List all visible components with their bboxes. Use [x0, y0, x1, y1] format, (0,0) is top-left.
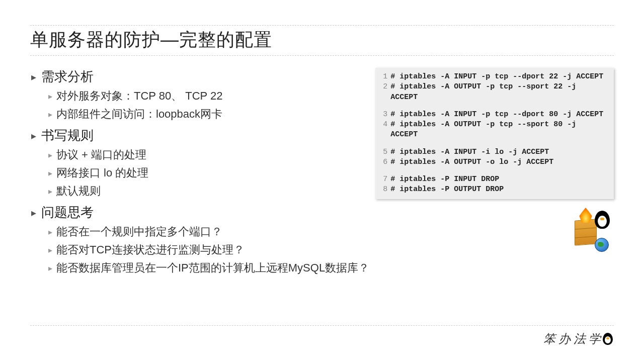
bullet-text: 内部组件之间访问：loopback网卡: [56, 107, 222, 122]
section-heading-text: 书写规则: [41, 127, 94, 144]
brick-wall-icon: [575, 219, 597, 245]
code-text: # iptables -P OUTPUT DROP: [390, 185, 504, 195]
line-number: 8: [378, 185, 387, 195]
firewall-tux-globe-icon: [574, 209, 610, 252]
bullet-text: 协议 + 端口的处理: [56, 147, 146, 162]
section-heading: ▸ 需求分析: [31, 68, 369, 85]
code-block: 1# iptables -A INPUT -p tcp --dport 22 -…: [375, 68, 614, 199]
code-text: # iptables -A INPUT -p tcp --dport 80 -j…: [390, 110, 603, 120]
code-line: 2# iptables -A OUTPUT -p tcp --sport 22 …: [378, 82, 607, 103]
code-blank: [378, 140, 607, 147]
subbullet-icon: ▸: [48, 245, 52, 255]
bullet-item: ▸ 协议 + 端口的处理: [48, 147, 369, 162]
subbullet-icon: ▸: [48, 150, 52, 160]
code-blank: [378, 167, 607, 174]
code-text: # iptables -A OUTPUT -o lo -j ACCEPT: [390, 157, 553, 167]
bullet-item: ▸ 能否数据库管理员在一个IP范围的计算机上远程MySQL数据库？: [48, 260, 369, 276]
tux-icon: [603, 333, 613, 345]
section-heading-text: 需求分析: [41, 68, 94, 85]
slide: 单服务器的防护—完整的配置 ▸ 需求分析 ▸ 对外服务对象：TCP 80、 TC…: [0, 0, 644, 362]
bullet-text: 网络接口 lo 的处理: [56, 165, 148, 180]
code-text: # iptables -A OUTPUT -p tcp --sport 22 -…: [390, 82, 607, 103]
subbullet-icon: ▸: [48, 187, 52, 196]
bullet-text: 能否对TCP连接状态进行监测与处理？: [56, 242, 245, 257]
line-number: 3: [378, 110, 387, 120]
bullet-item: ▸ 网络接口 lo 的处理: [48, 165, 369, 180]
bullet-item: ▸ 能否在一个规则中指定多个端口？: [48, 224, 369, 239]
bullet-text: 对外服务对象：TCP 80、 TCP 22: [56, 88, 222, 104]
globe-icon: [595, 238, 609, 252]
code-line: 6# iptables -A OUTPUT -o lo -j ACCEPT: [378, 157, 607, 167]
brand-text: 笨 办 法 学: [543, 331, 601, 347]
subbullet-icon: ▸: [48, 227, 52, 237]
section-heading: ▸ 书写规则: [31, 127, 369, 144]
subbullet-icon: ▸: [48, 92, 52, 101]
code-line: 5# iptables -A INPUT -i lo -j ACCEPT: [378, 147, 607, 157]
slide-title: 单服务器的防护—完整的配置: [30, 28, 614, 56]
bullet-item: ▸ 对外服务对象：TCP 80、 TCP 22: [48, 88, 369, 104]
code-text: # iptables -A INPUT -p tcp --dport 22 -j…: [390, 72, 603, 82]
code-text: # iptables -P INPUT DROP: [390, 174, 499, 185]
line-number: 1: [378, 72, 387, 82]
line-number: 2: [378, 82, 387, 103]
code-text: # iptables -A INPUT -i lo -j ACCEPT: [390, 147, 549, 157]
code-line: 1# iptables -A INPUT -p tcp --dport 22 -…: [378, 72, 607, 82]
bullet-text: 默认规则: [56, 184, 101, 199]
code-line: 8# iptables -P OUTPUT DROP: [378, 185, 607, 195]
subbullet-icon: ▸: [48, 110, 52, 119]
bullet-item: ▸ 默认规则: [48, 184, 369, 199]
tux-icon: [595, 211, 610, 229]
bullet-column: ▸ 需求分析 ▸ 对外服务对象：TCP 80、 TCP 22 ▸ 内部组件之间访…: [30, 63, 369, 279]
code-blank: [378, 103, 607, 110]
line-number: 5: [378, 147, 387, 157]
subbullet-icon: ▸: [48, 168, 52, 178]
bullet-text: 能否数据库管理员在一个IP范围的计算机上远程MySQL数据库？: [56, 260, 369, 276]
bullet-icon: ▸: [31, 207, 36, 219]
footer-divider: [30, 325, 614, 326]
line-number: 4: [378, 120, 387, 140]
bullet-text: 能否在一个规则中指定多个端口？: [56, 224, 222, 239]
line-number: 6: [378, 157, 387, 167]
code-line: 3# iptables -A INPUT -p tcp --dport 80 -…: [378, 110, 607, 120]
top-divider: [30, 25, 614, 26]
bullet-item: ▸ 内部组件之间访问：loopback网卡: [48, 107, 369, 122]
slide-body: ▸ 需求分析 ▸ 对外服务对象：TCP 80、 TCP 22 ▸ 内部组件之间访…: [30, 63, 614, 279]
brand-footer: 笨 办 法 学: [543, 331, 613, 347]
subbullet-icon: ▸: [48, 263, 52, 273]
code-text: # iptables -A OUTPUT -p tcp --sport 80 -…: [390, 120, 607, 140]
code-column: 1# iptables -A INPUT -p tcp --dport 22 -…: [375, 63, 614, 279]
bullet-icon: ▸: [31, 130, 36, 142]
section-heading-text: 问题思考: [41, 204, 94, 221]
section-heading: ▸ 问题思考: [31, 204, 369, 221]
code-line: 7# iptables -P INPUT DROP: [378, 174, 607, 185]
bullet-item: ▸ 能否对TCP连接状态进行监测与处理？: [48, 242, 369, 257]
bullet-icon: ▸: [31, 71, 36, 83]
line-number: 7: [378, 174, 387, 185]
code-line: 4# iptables -A OUTPUT -p tcp --sport 80 …: [378, 120, 607, 140]
